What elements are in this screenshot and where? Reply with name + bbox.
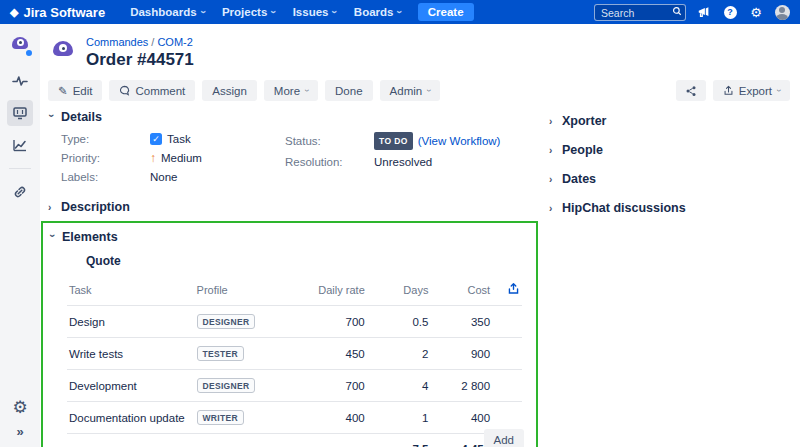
nav-right-cluster: ? ⚙: [594, 3, 790, 22]
avatar-badge: [24, 48, 34, 58]
expand-sidebar-icon[interactable]: »: [16, 424, 23, 439]
toolbar: ✎ Edit Comment Assign More › Done Admin: [48, 80, 800, 101]
field-type: Type: ✓ Task: [61, 132, 265, 146]
comment-button[interactable]: Comment: [109, 80, 195, 101]
field-status: Status: TO DO (View Workflow): [285, 132, 500, 150]
user-avatar[interactable]: [774, 4, 790, 20]
project-avatar-large: [48, 35, 78, 65]
panel-dates[interactable]: › Dates: [549, 172, 800, 186]
breadcrumb-project-link[interactable]: Commandes: [86, 36, 148, 48]
chevron-right-icon: ›: [48, 202, 55, 213]
pencil-icon: ✎: [58, 84, 68, 98]
search-icon[interactable]: [672, 6, 682, 16]
jira-issue-page: ◆ Jira Software Dashboards › Projects › …: [0, 0, 800, 447]
details-section: › Details Type: ✓ Task: [40, 110, 542, 184]
done-button[interactable]: Done: [325, 80, 373, 101]
profile-badge: DESIGNER: [197, 314, 256, 329]
table-header-row: Task Profile Daily rate Days Cost: [67, 276, 522, 306]
table-row: Development DESIGNER 700 4 2 800: [67, 370, 522, 402]
left-column: › Details Type: ✓ Task: [40, 106, 542, 447]
field-priority: Priority: ↑ Medium: [61, 151, 265, 165]
elements-section-highlighted: › Elements Quote Task Profile Daily rate…: [41, 221, 538, 447]
quote-title: Quote: [86, 254, 536, 268]
profile-badge: WRITER: [197, 410, 244, 425]
create-button[interactable]: Create: [418, 3, 474, 21]
comment-bubble-icon: [119, 85, 130, 96]
share-button[interactable]: [676, 80, 706, 101]
col-profile: Profile: [195, 276, 292, 306]
panel-hipchat-discussions[interactable]: › HipChat discussions: [549, 201, 800, 215]
feedback-megaphone-icon[interactable]: [696, 4, 712, 20]
chevron-down-icon: ›: [268, 10, 278, 13]
settings-gear-icon[interactable]: ⚙: [748, 4, 764, 20]
main-content: Commandes/COM-2 Order #44571 ✎ Edit Comm…: [40, 24, 800, 447]
breadcrumb: Commandes/COM-2: [86, 36, 194, 48]
details-grid: Type: ✓ Task Priority: ↑ Medium: [40, 132, 542, 184]
add-row: Add: [484, 429, 524, 447]
nav-item-issues[interactable]: Issues ›: [293, 6, 336, 18]
search-box: [594, 3, 686, 22]
chevron-right-icon: ›: [549, 203, 556, 214]
jira-logo-icon: ◆: [10, 6, 18, 19]
chevron-down-icon: ›: [394, 10, 404, 13]
assign-button[interactable]: Assign: [202, 80, 257, 101]
sidebar-bottom: ⚙ »: [12, 397, 27, 447]
table-row: Write tests TESTER 450 2 900: [67, 338, 522, 370]
top-nav: ◆ Jira Software Dashboards › Projects › …: [0, 0, 800, 24]
elements-section-header[interactable]: › Elements: [43, 230, 536, 244]
panel-xporter[interactable]: › Xporter: [549, 114, 800, 128]
nav-item-dashboards[interactable]: Dashboards ›: [130, 6, 204, 18]
right-column: › Xporter › People › Dates › HipChat dis…: [542, 106, 800, 447]
edit-button[interactable]: ✎ Edit: [48, 80, 102, 101]
project-sidebar: ⚙ »: [0, 24, 40, 447]
chevron-down-icon: ›: [46, 114, 57, 121]
nav-item-boards[interactable]: Boards ›: [354, 6, 401, 18]
description-section-header[interactable]: › Description: [40, 200, 542, 214]
quote-table: Task Profile Daily rate Days Cost: [67, 276, 522, 447]
brand-label: Jira Software: [23, 5, 105, 20]
content-columns: › Details Type: ✓ Task: [40, 106, 800, 447]
nav-item-projects[interactable]: Projects ›: [222, 6, 275, 18]
chevron-right-icon: ›: [549, 174, 556, 185]
col-task: Task: [67, 276, 195, 306]
chevron-down-icon: ›: [329, 10, 339, 13]
board-icon[interactable]: [7, 100, 33, 126]
table-export-icon[interactable]: [492, 276, 522, 306]
col-cost: Cost: [430, 276, 492, 306]
admin-button[interactable]: Admin ›: [380, 80, 441, 101]
view-workflow-link[interactable]: (View Workflow): [418, 134, 501, 148]
more-button[interactable]: More ›: [264, 80, 318, 101]
jira-brand-link[interactable]: ◆ Jira Software: [10, 5, 105, 20]
profile-badge: DESIGNER: [197, 378, 256, 393]
status-badge: TO DO: [374, 132, 413, 150]
export-button[interactable]: Export ›: [713, 80, 790, 101]
reports-icon[interactable]: [7, 132, 33, 158]
chevron-right-icon: ›: [549, 116, 556, 127]
export-icon: [723, 85, 734, 96]
task-type-icon: ✓: [150, 133, 162, 145]
issue-header: Commandes/COM-2 Order #44571: [40, 24, 800, 70]
toolbar-right: Export ›: [676, 80, 790, 101]
add-button[interactable]: Add: [484, 429, 524, 447]
col-days: Days: [367, 276, 431, 306]
details-section-header[interactable]: › Details: [40, 110, 542, 124]
profile-badge: TESTER: [197, 346, 244, 361]
chevron-down-icon: ›: [424, 89, 433, 92]
panel-people[interactable]: › People: [549, 143, 800, 157]
chevron-down-icon: ›: [302, 89, 311, 92]
activity-icon[interactable]: [7, 68, 33, 94]
col-daily-rate: Daily rate: [291, 276, 367, 306]
project-settings-gear-icon[interactable]: ⚙: [12, 397, 27, 418]
breadcrumb-issue-link[interactable]: COM-2: [157, 36, 192, 48]
project-avatar[interactable]: [8, 32, 32, 56]
field-resolution: Resolution: Unresolved: [285, 155, 500, 169]
shortcuts-link-icon[interactable]: [7, 179, 33, 205]
issue-title: Order #44571: [86, 50, 194, 70]
chevron-down-icon: ›: [774, 89, 783, 92]
field-labels: Labels: None: [61, 170, 265, 184]
help-icon[interactable]: ?: [722, 4, 738, 20]
sidebar-divider: [9, 168, 31, 169]
total-days: 7.5: [367, 434, 431, 447]
chevron-right-icon: ›: [549, 145, 556, 156]
table-row: Design DESIGNER 700 0.5 350: [67, 306, 522, 338]
